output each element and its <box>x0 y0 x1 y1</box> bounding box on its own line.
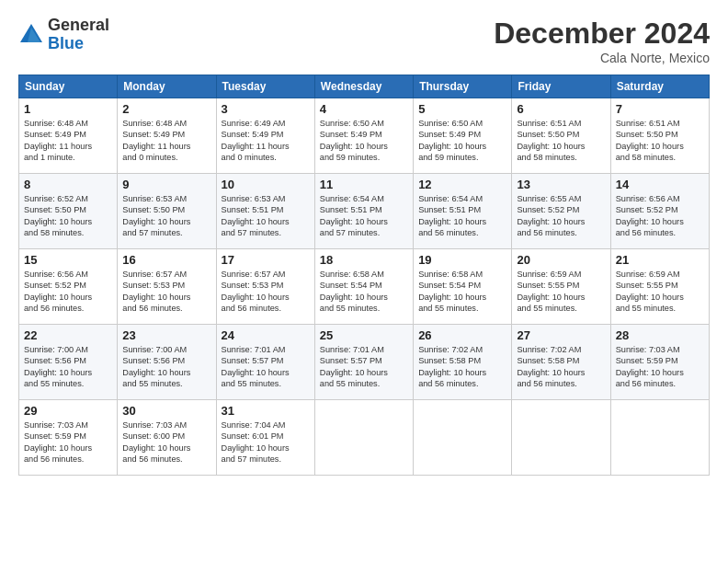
day-number: 12 <box>418 178 506 191</box>
day-number: 7 <box>616 102 704 116</box>
day-number: 8 <box>24 178 112 191</box>
week-row-4: 22Sunrise: 7:00 AM Sunset: 5:56 PM Dayli… <box>19 325 710 400</box>
calendar-table: Sunday Monday Tuesday Wednesday Thursday… <box>18 75 710 476</box>
day-number: 31 <box>222 404 310 418</box>
table-cell: 28Sunrise: 7:03 AM Sunset: 5:59 PM Dayli… <box>610 325 709 400</box>
week-row-5: 29Sunrise: 7:03 AM Sunset: 5:59 PM Dayli… <box>19 400 710 476</box>
day-info: Sunrise: 7:00 AM Sunset: 5:56 PM Dayligh… <box>122 344 210 390</box>
day-number: 22 <box>24 328 112 342</box>
table-cell: 19Sunrise: 6:58 AM Sunset: 5:54 PM Dayli… <box>414 249 512 325</box>
day-number: 3 <box>222 102 310 116</box>
day-number: 1 <box>24 102 112 116</box>
day-info: Sunrise: 7:02 AM Sunset: 5:58 PM Dayligh… <box>517 344 605 390</box>
logo-blue-text: Blue <box>48 35 109 53</box>
day-info: Sunrise: 6:57 AM Sunset: 5:53 PM Dayligh… <box>122 269 210 315</box>
table-cell: 4Sunrise: 6:50 AM Sunset: 5:49 PM Daylig… <box>314 98 413 174</box>
day-info: Sunrise: 6:56 AM Sunset: 5:52 PM Dayligh… <box>24 269 112 315</box>
col-saturday: Saturday <box>610 75 709 98</box>
day-number: 6 <box>517 102 605 116</box>
table-cell <box>414 400 512 476</box>
day-info: Sunrise: 7:03 AM Sunset: 5:59 PM Dayligh… <box>616 344 704 390</box>
table-cell: 6Sunrise: 6:51 AM Sunset: 5:50 PM Daylig… <box>512 98 610 174</box>
table-cell: 31Sunrise: 7:04 AM Sunset: 6:01 PM Dayli… <box>216 400 314 476</box>
day-info: Sunrise: 6:59 AM Sunset: 5:55 PM Dayligh… <box>616 269 704 315</box>
week-row-2: 8Sunrise: 6:52 AM Sunset: 5:50 PM Daylig… <box>19 174 710 249</box>
table-cell: 9Sunrise: 6:53 AM Sunset: 5:50 PM Daylig… <box>118 174 216 249</box>
table-cell: 7Sunrise: 6:51 AM Sunset: 5:50 PM Daylig… <box>610 98 709 174</box>
day-info: Sunrise: 7:03 AM Sunset: 6:00 PM Dayligh… <box>122 419 210 465</box>
day-number: 18 <box>320 253 408 267</box>
day-info: Sunrise: 6:49 AM Sunset: 5:49 PM Dayligh… <box>222 118 310 164</box>
header: General Blue December 2024 Cala Norte, M… <box>18 17 710 65</box>
day-number: 20 <box>517 253 605 267</box>
day-number: 21 <box>616 253 704 267</box>
day-number: 2 <box>122 102 210 116</box>
day-info: Sunrise: 7:03 AM Sunset: 5:59 PM Dayligh… <box>24 419 112 465</box>
day-number: 11 <box>320 178 408 191</box>
col-thursday: Thursday <box>414 75 512 98</box>
col-monday: Monday <box>118 75 216 98</box>
page-container: General Blue December 2024 Cala Norte, M… <box>0 0 728 563</box>
table-cell: 11Sunrise: 6:54 AM Sunset: 5:51 PM Dayli… <box>314 174 413 249</box>
day-number: 5 <box>418 102 506 116</box>
table-cell: 18Sunrise: 6:58 AM Sunset: 5:54 PM Dayli… <box>314 249 413 325</box>
col-wednesday: Wednesday <box>314 75 413 98</box>
col-sunday: Sunday <box>19 75 118 98</box>
table-cell: 2Sunrise: 6:48 AM Sunset: 5:49 PM Daylig… <box>118 98 216 174</box>
day-info: Sunrise: 7:04 AM Sunset: 6:01 PM Dayligh… <box>222 419 310 465</box>
table-cell: 29Sunrise: 7:03 AM Sunset: 5:59 PM Dayli… <box>19 400 118 476</box>
calendar-header-row: Sunday Monday Tuesday Wednesday Thursday… <box>19 75 710 98</box>
day-number: 23 <box>122 328 210 342</box>
day-number: 14 <box>616 178 704 191</box>
day-number: 4 <box>320 102 408 116</box>
day-info: Sunrise: 6:50 AM Sunset: 5:49 PM Dayligh… <box>320 118 408 164</box>
table-cell <box>512 400 610 476</box>
day-info: Sunrise: 6:53 AM Sunset: 5:51 PM Dayligh… <box>222 193 310 239</box>
week-row-1: 1Sunrise: 6:48 AM Sunset: 5:49 PM Daylig… <box>19 98 710 174</box>
table-cell: 30Sunrise: 7:03 AM Sunset: 6:00 PM Dayli… <box>118 400 216 476</box>
table-cell: 16Sunrise: 6:57 AM Sunset: 5:53 PM Dayli… <box>118 249 216 325</box>
table-cell: 13Sunrise: 6:55 AM Sunset: 5:52 PM Dayli… <box>512 174 610 249</box>
day-info: Sunrise: 7:00 AM Sunset: 5:56 PM Dayligh… <box>24 344 112 390</box>
day-number: 10 <box>222 178 310 191</box>
day-info: Sunrise: 6:54 AM Sunset: 5:51 PM Dayligh… <box>418 193 506 239</box>
day-info: Sunrise: 6:54 AM Sunset: 5:51 PM Dayligh… <box>320 193 408 239</box>
table-cell: 8Sunrise: 6:52 AM Sunset: 5:50 PM Daylig… <box>19 174 118 249</box>
day-info: Sunrise: 6:48 AM Sunset: 5:49 PM Dayligh… <box>24 118 112 164</box>
day-number: 25 <box>320 328 408 342</box>
table-cell: 3Sunrise: 6:49 AM Sunset: 5:49 PM Daylig… <box>216 98 314 174</box>
title-section: December 2024 Cala Norte, Mexico <box>494 17 710 65</box>
table-cell: 22Sunrise: 7:00 AM Sunset: 5:56 PM Dayli… <box>19 325 118 400</box>
table-cell <box>610 400 709 476</box>
table-cell: 1Sunrise: 6:48 AM Sunset: 5:49 PM Daylig… <box>19 98 118 174</box>
table-cell: 12Sunrise: 6:54 AM Sunset: 5:51 PM Dayli… <box>414 174 512 249</box>
day-info: Sunrise: 6:51 AM Sunset: 5:50 PM Dayligh… <box>616 118 704 164</box>
day-info: Sunrise: 7:02 AM Sunset: 5:58 PM Dayligh… <box>418 344 506 390</box>
day-number: 16 <box>122 253 210 267</box>
table-cell: 17Sunrise: 6:57 AM Sunset: 5:53 PM Dayli… <box>216 249 314 325</box>
day-number: 30 <box>122 404 210 418</box>
day-info: Sunrise: 6:57 AM Sunset: 5:53 PM Dayligh… <box>222 269 310 315</box>
logo-general-text: General <box>48 17 109 35</box>
table-cell: 5Sunrise: 6:50 AM Sunset: 5:49 PM Daylig… <box>414 98 512 174</box>
day-info: Sunrise: 6:48 AM Sunset: 5:49 PM Dayligh… <box>122 118 210 164</box>
day-number: 28 <box>616 328 704 342</box>
logo-icon <box>18 22 44 48</box>
table-cell <box>314 400 413 476</box>
day-info: Sunrise: 6:50 AM Sunset: 5:49 PM Dayligh… <box>418 118 506 164</box>
table-cell: 10Sunrise: 6:53 AM Sunset: 5:51 PM Dayli… <box>216 174 314 249</box>
day-info: Sunrise: 6:52 AM Sunset: 5:50 PM Dayligh… <box>24 193 112 239</box>
week-row-3: 15Sunrise: 6:56 AM Sunset: 5:52 PM Dayli… <box>19 249 710 325</box>
day-info: Sunrise: 6:53 AM Sunset: 5:50 PM Dayligh… <box>122 193 210 239</box>
table-cell: 25Sunrise: 7:01 AM Sunset: 5:57 PM Dayli… <box>314 325 413 400</box>
day-number: 9 <box>122 178 210 191</box>
day-number: 29 <box>24 404 112 418</box>
day-info: Sunrise: 6:51 AM Sunset: 5:50 PM Dayligh… <box>517 118 605 164</box>
day-info: Sunrise: 6:59 AM Sunset: 5:55 PM Dayligh… <box>517 269 605 315</box>
table-cell: 27Sunrise: 7:02 AM Sunset: 5:58 PM Dayli… <box>512 325 610 400</box>
month-title: December 2024 <box>494 17 710 51</box>
day-info: Sunrise: 6:58 AM Sunset: 5:54 PM Dayligh… <box>418 269 506 315</box>
day-number: 17 <box>222 253 310 267</box>
day-info: Sunrise: 6:56 AM Sunset: 5:52 PM Dayligh… <box>616 193 704 239</box>
col-friday: Friday <box>512 75 610 98</box>
